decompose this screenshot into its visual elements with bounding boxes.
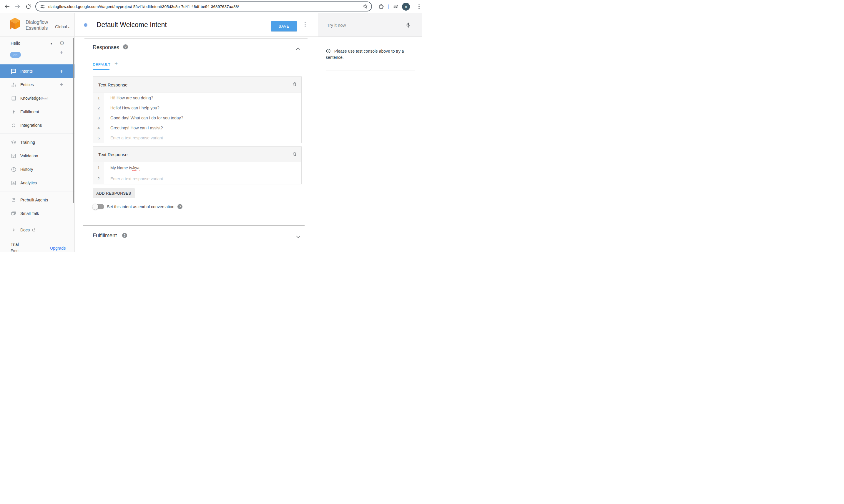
- responses-help-icon[interactable]: ?: [123, 44, 128, 49]
- sidebar: Dialogflow Essentials Global ▾ Hello ▾ ⚙…: [0, 13, 75, 252]
- plan-tier: Free: [11, 249, 19, 252]
- bookmark-book-icon: [11, 197, 16, 203]
- browser-menu-icon[interactable]: [415, 3, 422, 10]
- language-badge[interactable]: en: [10, 52, 21, 58]
- extensions-icon[interactable]: [378, 3, 385, 10]
- media-controls-icon[interactable]: [392, 3, 399, 10]
- divider: [84, 38, 308, 39]
- sidebar-item-entities[interactable]: Entities +: [0, 78, 74, 91]
- clock-icon: [11, 166, 16, 172]
- intent-header: Default Welcome Intent SAVE: [75, 13, 318, 37]
- sidebar-item-label: Intents: [20, 69, 33, 73]
- test-console-panel: Try it now Please use test console above…: [318, 13, 422, 252]
- site-settings-icon[interactable]: [40, 4, 45, 10]
- row-text[interactable]: Hello! How can I help you?: [104, 103, 302, 113]
- row-input-placeholder[interactable]: Enter a text response variant: [104, 173, 302, 184]
- text-response-row[interactable]: 1 Hi! How are you doing?: [93, 93, 302, 103]
- divider: [0, 62, 74, 62]
- tab-active-underline: [93, 69, 109, 70]
- toggle-help-icon[interactable]: ?: [177, 204, 183, 209]
- agent-settings-gear-icon[interactable]: ⚙: [59, 40, 65, 47]
- add-entity-icon[interactable]: +: [60, 82, 63, 88]
- forward-icon[interactable]: [14, 3, 21, 10]
- sidebar-item-label: Analytics: [20, 181, 37, 185]
- text-response-row[interactable]: 5 Enter a text response variant: [93, 133, 302, 143]
- text-response-card-header: Text Response: [93, 77, 302, 93]
- back-icon[interactable]: [3, 3, 11, 10]
- sidebar-item-intents[interactable]: Intents +: [0, 65, 74, 78]
- region-selector[interactable]: Global ▾: [55, 24, 69, 29]
- sidebar-item-docs[interactable]: Docs: [0, 223, 74, 237]
- delete-card-icon[interactable]: [292, 82, 297, 88]
- sidebar-item-training[interactable]: Training: [0, 136, 74, 149]
- book-icon: [11, 95, 16, 101]
- row-text[interactable]: Hi! How are you doing?: [104, 93, 302, 103]
- row-text[interactable]: Good day! What can I do for you today?: [104, 113, 302, 123]
- sidebar-item-small-talk[interactable]: Small Talk: [0, 207, 74, 220]
- text-response-row[interactable]: 1 My Name is Jiya.: [93, 162, 302, 173]
- row-text-part: My Name is: [110, 165, 132, 170]
- text-response-row[interactable]: 2 Enter a text response variant: [93, 173, 302, 184]
- check-box-icon: [11, 153, 16, 159]
- divider: [0, 239, 74, 239]
- brand-line1: Dialogflow: [25, 19, 48, 25]
- test-console-header: Try it now: [318, 13, 422, 37]
- add-responses-button[interactable]: ADD RESPONSES: [93, 188, 135, 198]
- row-number: 4: [93, 123, 104, 133]
- intent-status-dot: [84, 23, 87, 27]
- bookmark-star-icon[interactable]: [362, 3, 368, 10]
- sidebar-scrollbar[interactable]: [73, 38, 74, 203]
- url-text[interactable]: dialogflow.cloud.google.com/#/agent/mypr…: [48, 4, 239, 9]
- sidebar-item-history[interactable]: History: [0, 163, 74, 176]
- expand-section-icon[interactable]: [295, 233, 302, 241]
- delete-card-icon[interactable]: [292, 151, 297, 158]
- fulfillment-help-icon[interactable]: ?: [122, 233, 127, 238]
- sidebar-item-label: Validation: [20, 154, 38, 158]
- sidebar-item-label: History: [20, 167, 33, 172]
- row-number: 5: [93, 133, 104, 143]
- text-response-row[interactable]: 2 Hello! How can I help you?: [93, 103, 302, 113]
- row-number: 1: [93, 162, 104, 173]
- sidebar-item-label: Training: [20, 140, 35, 145]
- row-text[interactable]: Greetings! How can I assist?: [104, 123, 302, 133]
- agent-selector[interactable]: Hello: [11, 41, 20, 46]
- page-title: Default Welcome Intent: [97, 21, 167, 29]
- sidebar-item-validation[interactable]: Validation: [0, 149, 74, 163]
- agent-chevron-down-icon[interactable]: ▾: [51, 42, 52, 45]
- tab-default[interactable]: DEFAULT: [93, 62, 110, 67]
- end-of-conversation-toggle[interactable]: [93, 204, 104, 209]
- sidebar-item-prebuilt-agents[interactable]: Prebuilt Agents: [0, 193, 74, 207]
- save-button[interactable]: SAVE: [271, 21, 297, 32]
- upgrade-link[interactable]: Upgrade: [50, 246, 66, 251]
- collapse-section-icon[interactable]: [295, 46, 302, 53]
- intent-menu-icon[interactable]: [305, 22, 306, 27]
- sidebar-item-label: Docs: [20, 228, 30, 232]
- avatar[interactable]: n: [402, 3, 410, 11]
- graduation-cap-icon: [11, 139, 16, 145]
- row-text[interactable]: My Name is Jiya.: [104, 162, 302, 173]
- add-response-tab-icon[interactable]: +: [115, 60, 118, 67]
- try-it-now-input[interactable]: Try it now: [327, 23, 346, 28]
- sidebar-item-knowledge[interactable]: Knowledge[beta]: [0, 91, 74, 105]
- responses-section-title: Responses: [93, 44, 119, 51]
- beta-badge: [beta]: [41, 97, 48, 100]
- sidebar-item-label: Knowledge: [20, 96, 40, 101]
- add-intent-icon[interactable]: +: [60, 68, 63, 75]
- row-input-placeholder[interactable]: Enter a text response variant: [104, 133, 302, 143]
- dialogflow-logo-icon: [9, 17, 21, 32]
- console-hint-text: Please use test console above to try a s…: [326, 49, 404, 60]
- text-response-row[interactable]: 3 Good day! What can I do for you today?: [93, 113, 302, 123]
- text-response-row[interactable]: 4 Greetings! How can I assist?: [93, 123, 302, 133]
- row-text-part: .: [139, 165, 141, 170]
- reload-icon[interactable]: [25, 3, 32, 10]
- add-language-icon[interactable]: +: [60, 49, 63, 56]
- address-bar[interactable]: dialogflow.cloud.google.com/#/agent/mypr…: [35, 1, 372, 12]
- text-response-card: Text Response 1 Hi! How are you doing? 2…: [93, 76, 302, 143]
- info-icon: [326, 49, 331, 54]
- card-title: Text Response: [98, 82, 292, 87]
- sidebar-item-integrations[interactable]: Integrations: [0, 119, 74, 132]
- sidebar-item-fulfillment[interactable]: Fulfillment: [0, 105, 74, 119]
- sidebar-item-analytics[interactable]: Analytics: [0, 176, 74, 190]
- text-response-card: Text Response 1 My Name is Jiya. 2 Enter…: [93, 146, 302, 184]
- microphone-icon[interactable]: [405, 22, 411, 30]
